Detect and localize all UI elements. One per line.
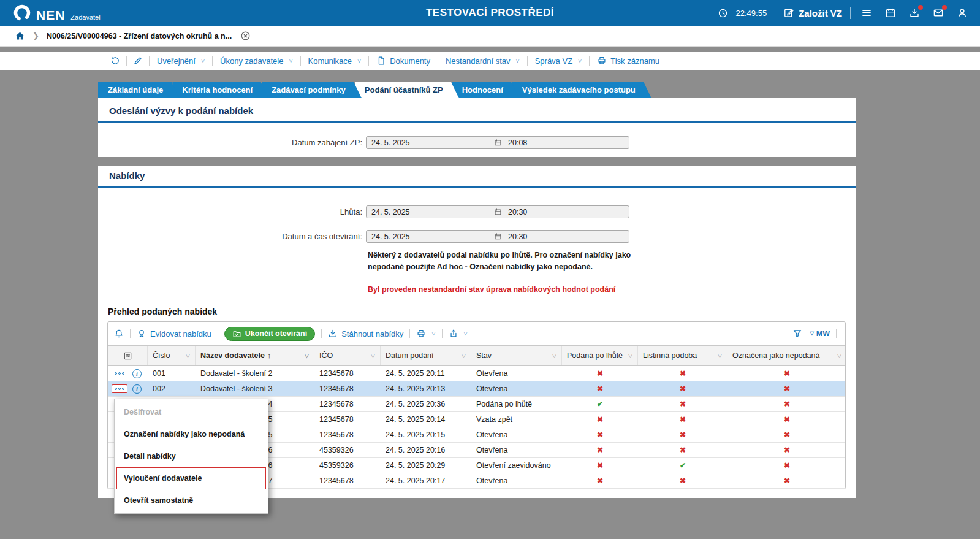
stahnout-nabidky-button[interactable]: Stáhnout nabídky [328,329,403,338]
action-ukony-zadavatele[interactable]: Úkony zadavatele▽ [213,56,300,66]
context-menu-item-vylouceni-dodavatele[interactable]: Vyloučení dodavatele [116,467,266,489]
table-title: Přehled podaných nabídek [108,307,217,316]
column-filter-icon[interactable]: ▽ [183,353,190,359]
chevron-down-icon: ▽ [516,58,520,63]
action-komunikace[interactable]: Komunikace▽ [301,56,369,66]
column-header-datum-podani[interactable]: Datum podání▽ [381,346,471,365]
time-value[interactable]: 20:08 [508,139,527,147]
filter-button[interactable] [792,329,802,338]
column-header-ico[interactable]: IČO▽ [314,346,381,365]
calendar-icon[interactable] [494,232,502,240]
create-vz-button[interactable]: Založit VZ [783,7,842,18]
table-row[interactable]: i001Dodavatel - školení 21234567824. 5. … [108,366,845,381]
cross-icon: ✖ [784,384,790,393]
printer-icon [416,329,426,338]
datetime-input-lhuta[interactable]: 24. 5. 2025 20:30 [366,205,629,218]
tab-hodnoceni[interactable]: Hodnocení [452,82,519,98]
cell-datum-podani: 24. 5. 2025 20:36 [381,397,471,411]
cross-icon: ✖ [597,461,603,470]
downloads-button[interactable] [906,7,922,18]
cross-icon: ✖ [680,446,686,454]
date-value[interactable]: 24. 5. 2025 [371,232,494,241]
evidovat-nabidku-button[interactable]: Evidovat nabídku [137,329,211,338]
column-chooser[interactable] [108,346,148,365]
view-selector[interactable]: ▽ MW [808,329,830,338]
action-nestandardni-stav[interactable]: Nestandardní stav▽ [438,56,527,66]
column-filter-icon[interactable]: ▽ [368,353,375,359]
column-header-cislo[interactable]: Číslo▽ [148,346,196,365]
ukoncit-otevirani-button[interactable]: Ukončit otevírání [224,327,315,341]
column-filter-icon[interactable]: ▽ [302,353,309,359]
row-menu-button[interactable] [112,369,127,378]
action-tisk-zaznamu[interactable]: Tisk záznamu [590,56,667,66]
tab-zadavaci-podminky[interactable]: Zadávací podmínky [262,82,362,98]
cell-podana-po-lhute: ✖ [562,473,638,488]
row-actions: i [108,381,148,396]
date-value[interactable]: 24. 5. 2025 [371,208,494,216]
column-filter-icon[interactable]: ▽ [550,353,556,359]
column-label: Podaná po lhůtě [567,351,623,360]
breadcrumb-record[interactable]: N006/25/V00004963 - Zřízení datových okr… [47,32,232,40]
column-header-oznacena-jako-nepodana[interactable]: Označena jako nepodaná▽ [727,346,846,365]
print-table-button[interactable]: ▽ [416,329,435,338]
action-sprava-vz[interactable]: Správa VZ▽ [528,56,590,66]
column-header-stav[interactable]: Stav▽ [471,346,562,365]
cell-stav: Otevřena [471,381,562,396]
datetime-input-zahajeni[interactable]: 24. 5. 2025 20:08 [366,136,629,149]
tab-vysledek-zadavaciho-postupu[interactable]: Výsledek zadávacího postupu [512,82,651,98]
history-button[interactable] [104,56,126,66]
calendar-button[interactable] [883,7,898,18]
cell-ico: 45359326 [314,443,381,457]
column-header-nazev-dodavatele[interactable]: Název dodavatele↑▽ [196,346,314,365]
cross-icon: ✖ [597,415,603,424]
row-info-icon[interactable]: i [132,384,142,394]
context-menu-item-oznaceni-nabidky-jako-nepodana[interactable]: Označení nabídky jako nepodaná [116,423,266,445]
column-filter-icon[interactable]: ▽ [715,353,722,359]
cell-stav: Otevření zaevidováno [471,458,562,473]
time-value[interactable]: 20:30 [508,208,527,216]
nen-logo-icon [13,4,31,21]
table-row[interactable]: i002Dodavatel - školení 31234567824. 5. … [108,381,845,397]
date-value[interactable]: 24. 5. 2025 [371,139,494,147]
cell-podana-po-lhute: ✖ [562,381,638,396]
action-dokumenty[interactable]: Dokumenty [369,56,438,66]
column-label: IČO [319,351,333,360]
tab-kriteria-hodnoceni[interactable]: Kritéria hodnocení [172,82,268,98]
home-button[interactable] [15,31,25,41]
cell-stav: Otevřena [471,473,562,488]
context-menu-item-detail-nabidky[interactable]: Detail nabídky [116,445,266,467]
messages-button[interactable] [930,7,946,18]
calendar-icon[interactable] [494,208,502,216]
action-label: Správa VZ [535,56,572,66]
table-toolbar: Evidovat nabídku Ukončit otevírání Stáhn… [108,322,845,345]
edit-button[interactable] [127,56,149,66]
brand[interactable]: NEN Zadavatel [13,4,101,21]
calendar-icon[interactable] [494,139,502,147]
cell-datum-podani: 24. 5. 2025 20:11 [381,366,471,381]
chooser-icon [123,351,132,361]
action-uverejneni[interactable]: Uveřejnění▽ [150,56,212,66]
column-filter-icon[interactable]: ▽ [459,353,466,359]
column-filter-icon[interactable]: ▽ [835,353,841,359]
column-filter-icon[interactable]: ▽ [626,353,632,359]
time-value[interactable]: 20:30 [508,232,527,241]
context-menu-item-otevrit-samostatne[interactable]: Otevřít samostatně [116,489,266,511]
row-info-icon[interactable]: i [132,369,142,378]
close-record-button[interactable] [240,31,251,41]
datetime-input-otevirani[interactable]: 24. 5. 2025 20:30 [366,230,629,243]
cell-podana-po-lhute: ✖ [562,427,638,442]
cell-ico: 12345678 [314,473,381,488]
person-icon [957,7,968,18]
export-button[interactable]: ▽ [449,329,468,338]
tab-zakladni-udaje[interactable]: Základní údaje [98,82,179,98]
tab-podani-ucastniku-zp[interactable]: Podání účastníků ZP [355,82,459,98]
menu-button[interactable] [859,7,875,18]
row-menu-button[interactable] [112,384,127,393]
column-header-podana-po-lhute[interactable]: Podaná po lhůtě▽ [562,346,638,365]
profile-button[interactable] [954,7,970,18]
action-label: Nestandardní stav [446,56,511,66]
history-icon [110,56,120,66]
table-header: Číslo▽Název dodavatele↑▽IČO▽Datum podání… [108,345,845,366]
column-header-listinna-podoba[interactable]: Listinná podoba▽ [638,346,727,365]
watch-bell-button[interactable] [114,329,124,338]
